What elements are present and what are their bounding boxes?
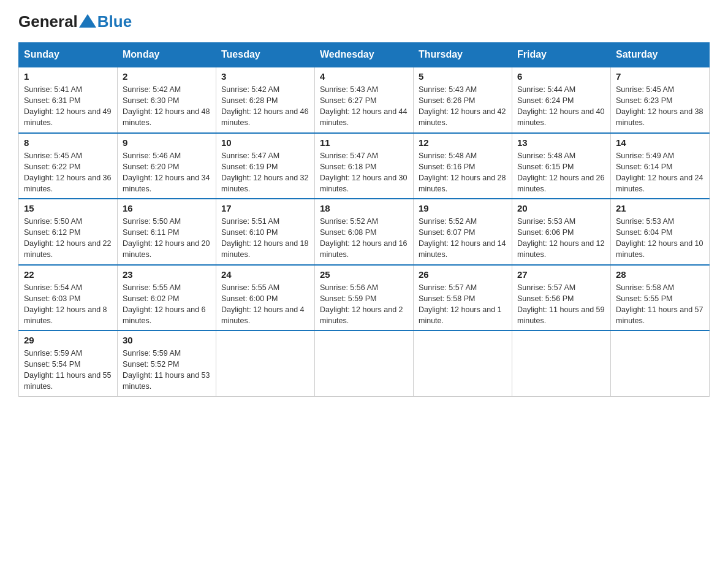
day-info: Sunrise: 5:41 AMSunset: 6:31 PMDaylight:… <box>24 84 112 129</box>
day-info: Sunrise: 5:57 AMSunset: 5:56 PMDaylight:… <box>517 282 605 327</box>
weekday-header-monday: Monday <box>118 43 216 67</box>
day-number: 17 <box>221 203 309 213</box>
weekday-header-friday: Friday <box>512 43 611 67</box>
calendar-cell: 29Sunrise: 5:59 AMSunset: 5:54 PMDayligh… <box>19 331 118 396</box>
calendar-cell: 27Sunrise: 5:57 AMSunset: 5:56 PMDayligh… <box>512 265 611 331</box>
calendar-cell: 10Sunrise: 5:47 AMSunset: 6:19 PMDayligh… <box>216 133 315 199</box>
day-info: Sunrise: 5:56 AMSunset: 5:59 PMDaylight:… <box>320 282 408 327</box>
calendar-cell: 1Sunrise: 5:41 AMSunset: 6:31 PMDaylight… <box>19 67 118 133</box>
calendar-cell: 6Sunrise: 5:44 AMSunset: 6:24 PMDaylight… <box>512 67 611 133</box>
calendar-cell: 17Sunrise: 5:51 AMSunset: 6:10 PMDayligh… <box>216 199 315 265</box>
day-number: 4 <box>320 71 408 82</box>
calendar-table: SundayMondayTuesdayWednesdayThursdayFrid… <box>18 42 710 397</box>
day-info: Sunrise: 5:50 AMSunset: 6:12 PMDaylight:… <box>24 216 112 261</box>
day-info: Sunrise: 5:48 AMSunset: 6:15 PMDaylight:… <box>517 150 605 195</box>
calendar-cell: 30Sunrise: 5:59 AMSunset: 5:52 PMDayligh… <box>118 331 216 396</box>
week-row-1: 1Sunrise: 5:41 AMSunset: 6:31 PMDaylight… <box>19 67 710 133</box>
day-number: 3 <box>221 71 309 82</box>
calendar-cell: 16Sunrise: 5:50 AMSunset: 6:11 PMDayligh… <box>118 199 216 265</box>
day-info: Sunrise: 5:48 AMSunset: 6:16 PMDaylight:… <box>419 150 507 195</box>
day-number: 1 <box>24 71 112 82</box>
calendar-cell: 3Sunrise: 5:42 AMSunset: 6:28 PMDaylight… <box>216 67 315 133</box>
calendar-cell: 23Sunrise: 5:55 AMSunset: 6:02 PMDayligh… <box>118 265 216 331</box>
calendar-cell: 19Sunrise: 5:52 AMSunset: 6:07 PMDayligh… <box>414 199 512 265</box>
calendar-cell: 24Sunrise: 5:55 AMSunset: 6:00 PMDayligh… <box>216 265 315 331</box>
day-info: Sunrise: 5:46 AMSunset: 6:20 PMDaylight:… <box>123 150 211 195</box>
weekday-header-sunday: Sunday <box>19 43 118 67</box>
weekday-header-saturday: Saturday <box>611 43 710 67</box>
calendar-cell <box>216 331 315 396</box>
day-info: Sunrise: 5:43 AMSunset: 6:27 PMDaylight:… <box>320 84 408 129</box>
calendar-cell <box>315 331 414 396</box>
day-info: Sunrise: 5:55 AMSunset: 6:02 PMDaylight:… <box>123 282 211 327</box>
logo: General Blue <box>18 12 132 31</box>
day-info: Sunrise: 5:47 AMSunset: 6:18 PMDaylight:… <box>320 150 408 195</box>
day-number: 13 <box>517 137 605 148</box>
day-number: 5 <box>419 71 507 82</box>
day-info: Sunrise: 5:54 AMSunset: 6:03 PMDaylight:… <box>24 282 112 327</box>
calendar-cell: 2Sunrise: 5:42 AMSunset: 6:30 PMDaylight… <box>118 67 216 133</box>
day-number: 20 <box>517 203 605 213</box>
day-number: 24 <box>221 269 309 280</box>
calendar-cell: 21Sunrise: 5:53 AMSunset: 6:04 PMDayligh… <box>611 199 710 265</box>
logo-triangle-icon <box>79 14 96 28</box>
day-number: 7 <box>616 71 704 82</box>
calendar-cell <box>512 331 611 396</box>
weekday-header-row: SundayMondayTuesdayWednesdayThursdayFrid… <box>19 43 710 67</box>
day-number: 11 <box>320 137 408 148</box>
weekday-header-tuesday: Tuesday <box>216 43 315 67</box>
day-info: Sunrise: 5:52 AMSunset: 6:08 PMDaylight:… <box>320 216 408 261</box>
calendar-cell: 5Sunrise: 5:43 AMSunset: 6:26 PMDaylight… <box>414 67 512 133</box>
day-number: 9 <box>123 137 211 148</box>
day-number: 25 <box>320 269 408 280</box>
day-info: Sunrise: 5:49 AMSunset: 6:14 PMDaylight:… <box>616 150 704 195</box>
day-info: Sunrise: 5:43 AMSunset: 6:26 PMDaylight:… <box>419 84 507 129</box>
day-info: Sunrise: 5:50 AMSunset: 6:11 PMDaylight:… <box>123 216 211 261</box>
logo-general-text: General <box>18 12 78 31</box>
day-number: 6 <box>517 71 605 82</box>
day-number: 15 <box>24 203 112 213</box>
day-number: 21 <box>616 203 704 213</box>
day-number: 16 <box>123 203 211 213</box>
day-info: Sunrise: 5:51 AMSunset: 6:10 PMDaylight:… <box>221 216 309 261</box>
day-info: Sunrise: 5:52 AMSunset: 6:07 PMDaylight:… <box>419 216 507 261</box>
day-info: Sunrise: 5:55 AMSunset: 6:00 PMDaylight:… <box>221 282 309 327</box>
day-number: 22 <box>24 269 112 280</box>
calendar-cell: 13Sunrise: 5:48 AMSunset: 6:15 PMDayligh… <box>512 133 611 199</box>
calendar-cell: 9Sunrise: 5:46 AMSunset: 6:20 PMDaylight… <box>118 133 216 199</box>
calendar-cell: 15Sunrise: 5:50 AMSunset: 6:12 PMDayligh… <box>19 199 118 265</box>
calendar-cell: 26Sunrise: 5:57 AMSunset: 5:58 PMDayligh… <box>414 265 512 331</box>
day-number: 14 <box>616 137 704 148</box>
day-info: Sunrise: 5:58 AMSunset: 5:55 PMDaylight:… <box>616 282 704 327</box>
calendar-cell: 22Sunrise: 5:54 AMSunset: 6:03 PMDayligh… <box>19 265 118 331</box>
day-info: Sunrise: 5:47 AMSunset: 6:19 PMDaylight:… <box>221 150 309 195</box>
day-number: 27 <box>517 269 605 280</box>
day-number: 26 <box>419 269 507 280</box>
week-row-3: 15Sunrise: 5:50 AMSunset: 6:12 PMDayligh… <box>19 199 710 265</box>
day-number: 8 <box>24 137 112 148</box>
day-number: 29 <box>24 335 112 345</box>
week-row-5: 29Sunrise: 5:59 AMSunset: 5:54 PMDayligh… <box>19 331 710 396</box>
day-info: Sunrise: 5:45 AMSunset: 6:22 PMDaylight:… <box>24 150 112 195</box>
week-row-2: 8Sunrise: 5:45 AMSunset: 6:22 PMDaylight… <box>19 133 710 199</box>
day-number: 19 <box>419 203 507 213</box>
day-info: Sunrise: 5:45 AMSunset: 6:23 PMDaylight:… <box>616 84 704 129</box>
calendar-cell: 28Sunrise: 5:58 AMSunset: 5:55 PMDayligh… <box>611 265 710 331</box>
weekday-header-wednesday: Wednesday <box>315 43 414 67</box>
day-number: 28 <box>616 269 704 280</box>
day-number: 18 <box>320 203 408 213</box>
day-info: Sunrise: 5:57 AMSunset: 5:58 PMDaylight:… <box>419 282 507 327</box>
day-number: 12 <box>419 137 507 148</box>
day-number: 23 <box>123 269 211 280</box>
calendar-cell: 25Sunrise: 5:56 AMSunset: 5:59 PMDayligh… <box>315 265 414 331</box>
calendar-cell: 11Sunrise: 5:47 AMSunset: 6:18 PMDayligh… <box>315 133 414 199</box>
week-row-4: 22Sunrise: 5:54 AMSunset: 6:03 PMDayligh… <box>19 265 710 331</box>
calendar-cell <box>611 331 710 396</box>
day-info: Sunrise: 5:42 AMSunset: 6:28 PMDaylight:… <box>221 84 309 129</box>
day-number: 30 <box>123 335 211 345</box>
calendar-cell <box>414 331 512 396</box>
day-info: Sunrise: 5:53 AMSunset: 6:06 PMDaylight:… <box>517 216 605 261</box>
page-header: General Blue <box>18 12 710 31</box>
day-number: 2 <box>123 71 211 82</box>
calendar-cell: 20Sunrise: 5:53 AMSunset: 6:06 PMDayligh… <box>512 199 611 265</box>
